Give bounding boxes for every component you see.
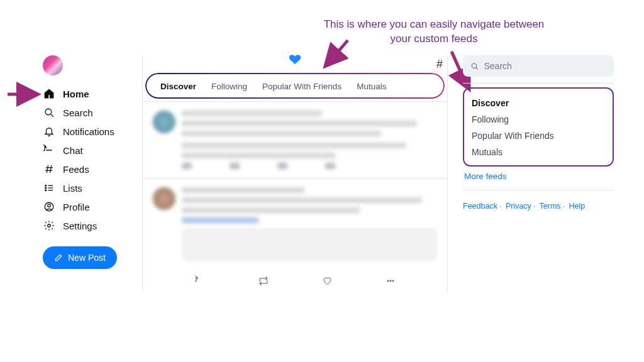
svg-point-1 <box>45 109 52 115</box>
nav-notifications[interactable]: Notifications <box>43 122 137 141</box>
nav-label: Notifications <box>63 126 114 137</box>
tab-popular-with-friends[interactable]: Popular With Friends <box>255 79 349 94</box>
post-avatar[interactable] <box>153 187 175 210</box>
nav-label: Lists <box>63 183 82 194</box>
nav-feeds[interactable]: Feeds <box>43 160 137 178</box>
tab-mutuals[interactable]: Mutuals <box>349 79 394 94</box>
svg-line-8 <box>47 165 48 173</box>
svg-line-2 <box>51 114 53 117</box>
search-icon <box>470 62 479 71</box>
profile-icon <box>43 200 55 213</box>
like-action[interactable] <box>322 276 332 288</box>
nav-profile[interactable]: Profile <box>43 197 137 216</box>
sidebar: Home Search Notifications Chat Feeds Lis… <box>43 55 137 269</box>
svg-point-5 <box>50 150 51 150</box>
right-sidebar: Discover Following Popular With Friends … <box>463 55 614 211</box>
post-body <box>182 187 437 261</box>
nav-chat[interactable]: Chat <box>43 141 137 160</box>
arrow-to-home <box>6 87 42 104</box>
nav-search[interactable]: Search <box>43 103 137 122</box>
new-post-label: New Post <box>68 253 106 263</box>
nav-label: Profile <box>63 202 90 212</box>
footer-links: Feedback· Privacy· Terms· Help <box>463 202 614 211</box>
more-feeds-link[interactable]: More feeds <box>463 167 614 182</box>
svg-point-21 <box>392 280 394 282</box>
feed-list-panel: Discover Following Popular With Friends … <box>463 87 614 167</box>
nav-home[interactable]: Home <box>43 84 137 103</box>
more-action[interactable] <box>386 276 396 288</box>
feed-item-mutuals[interactable]: Mutuals <box>472 144 605 160</box>
nav-lists[interactable]: Lists <box>43 178 137 197</box>
footer-terms[interactable]: Terms <box>540 202 561 211</box>
feed-item-following[interactable]: Following <box>472 111 605 128</box>
svg-point-11 <box>45 187 47 189</box>
svg-line-9 <box>50 165 52 173</box>
main-feed: Discover Following Popular With Friends … <box>142 55 448 292</box>
svg-line-23 <box>476 67 478 69</box>
home-icon <box>43 87 55 100</box>
nav-label: Home <box>63 89 89 99</box>
new-post-button[interactable]: New Post <box>43 246 117 269</box>
svg-point-18 <box>48 224 51 228</box>
search-input[interactable] <box>484 61 607 71</box>
feed-item-discover[interactable]: Discover <box>472 95 605 111</box>
tab-following[interactable]: Following <box>204 79 255 94</box>
svg-point-22 <box>472 63 476 68</box>
post[interactable] <box>143 178 447 270</box>
bell-icon <box>43 125 55 138</box>
divider <box>463 190 614 190</box>
footer-privacy[interactable]: Privacy <box>506 202 531 211</box>
svg-point-17 <box>48 204 51 207</box>
feed-tabs: Discover Following Popular With Friends … <box>145 73 445 101</box>
tab-discover[interactable]: Discover <box>153 79 204 94</box>
post-body <box>182 111 437 169</box>
svg-point-10 <box>45 185 47 186</box>
search-icon <box>43 106 55 119</box>
nav-label: Settings <box>63 221 97 231</box>
divider <box>463 83 614 84</box>
svg-point-12 <box>45 190 47 191</box>
gear-icon <box>43 219 55 232</box>
hash-icon <box>43 163 55 175</box>
search-box[interactable] <box>463 55 614 77</box>
svg-point-3 <box>47 150 47 150</box>
nav-label: Search <box>63 107 93 118</box>
post-actions <box>143 270 447 292</box>
avatar[interactable] <box>43 55 63 75</box>
svg-point-4 <box>48 150 49 150</box>
svg-point-19 <box>387 280 389 282</box>
nav-settings[interactable]: Settings <box>43 216 137 235</box>
post[interactable] <box>143 102 447 178</box>
repost-action[interactable] <box>258 276 269 288</box>
chat-icon <box>43 144 55 156</box>
footer-help[interactable]: Help <box>569 202 586 211</box>
nav-label: Chat <box>63 145 83 156</box>
post-avatar[interactable] <box>153 111 175 133</box>
nav-label: Feeds <box>63 164 89 175</box>
feed-tabs-container: Discover Following Popular With Friends … <box>143 73 447 102</box>
compose-icon <box>54 253 63 262</box>
feed-item-popular-with-friends[interactable]: Popular With Friends <box>472 128 605 144</box>
logo-butterfly-icon[interactable] <box>288 53 302 69</box>
lists-icon <box>43 182 55 194</box>
reply-action[interactable] <box>195 276 205 288</box>
footer-feedback[interactable]: Feedback <box>463 202 497 211</box>
svg-point-20 <box>390 280 391 282</box>
